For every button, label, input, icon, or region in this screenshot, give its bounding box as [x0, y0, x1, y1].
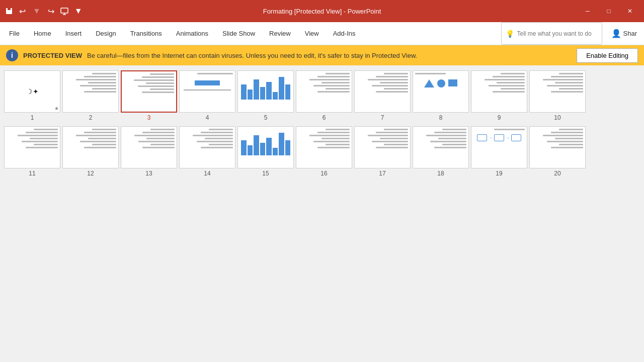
tab-view[interactable]: View [298, 22, 326, 45]
tab-addins[interactable]: Add-Ins [326, 22, 363, 45]
title-bar: ↩ ▼ ↪ ▼ Formating [Protected View] - Pow… [0, 0, 644, 22]
slide-number-8: 8 [439, 114, 443, 121]
protected-title: PROTECTED VIEW [23, 52, 82, 59]
svg-rect-1 [8, 8, 11, 10]
slide-number-5: 5 [264, 114, 268, 121]
slide-thumb-18[interactable]: 18 [413, 126, 469, 177]
enable-editing-button[interactable]: Enable Editing [577, 48, 638, 63]
search-input[interactable] [517, 30, 598, 37]
slide-number-9: 9 [498, 114, 501, 121]
protected-message: Be careful—files from the Internet can c… [87, 52, 417, 59]
slide-number-10: 10 [554, 114, 560, 121]
slide-thumb-5[interactable]: 5 [237, 70, 294, 121]
slide-thumb-7[interactable]: 7 [354, 70, 411, 121]
protected-view-bar: i PROTECTED VIEW Be careful—files from t… [0, 45, 644, 65]
tab-home[interactable]: Home [27, 22, 58, 45]
slide-thumb-11[interactable]: 11 [4, 126, 60, 177]
slide-thumb-17[interactable]: 17 [354, 126, 411, 177]
tab-animations[interactable]: Animations [169, 22, 215, 45]
slide-number-4: 4 [206, 114, 209, 121]
slide-grid: 1098765432☽✦★1 20→→191817161514131211 [0, 65, 644, 362]
present-icon[interactable] [59, 6, 69, 16]
slide-number-20: 20 [554, 170, 560, 177]
slide-number-1: 1 [31, 114, 34, 121]
slide-number-14: 14 [204, 170, 210, 177]
undo-arrow: ▼ [31, 6, 43, 17]
tab-transitions[interactable]: Transitions [123, 22, 169, 45]
info-icon: i [6, 49, 18, 61]
minimize-button[interactable]: ─ [578, 4, 598, 19]
slide-thumb-1[interactable]: ☽✦★1 [4, 70, 60, 121]
share-label: Shar [623, 30, 637, 37]
close-button[interactable]: ✕ [620, 4, 640, 19]
slide-number-18: 18 [437, 170, 444, 177]
slide-number-12: 12 [87, 170, 94, 177]
svg-rect-2 [7, 11, 11, 14]
window-title: Formating [Protected View] - PowerPoint [263, 8, 381, 15]
quick-access-toolbar: ↩ ▼ ↪ ▼ [4, 6, 85, 17]
slide-number-16: 16 [320, 170, 327, 177]
slide-thumb-16[interactable]: 16 [296, 126, 352, 177]
person-icon: 👤 [611, 29, 621, 38]
slide-number-17: 17 [379, 170, 385, 177]
slide-number-11: 11 [29, 170, 35, 177]
ribbon: File Home Insert Design Transitions Anim… [0, 22, 644, 45]
slide-number-2: 2 [89, 114, 93, 121]
slide-thumb-12[interactable]: 12 [62, 126, 119, 177]
slide-thumb-20[interactable]: 20 [529, 126, 586, 177]
slide-thumb-4[interactable]: 4 [179, 70, 235, 121]
restore-button[interactable]: □ [599, 4, 619, 19]
slide-thumb-19[interactable]: →→19 [471, 126, 527, 177]
slide-number-6: 6 [323, 114, 326, 121]
slide-number-15: 15 [262, 170, 269, 177]
slide-thumb-14[interactable]: 14 [179, 126, 235, 177]
slide-thumb-10[interactable]: 10 [529, 70, 586, 121]
slide-thumb-15[interactable]: 15 [237, 126, 294, 177]
tab-insert[interactable]: Insert [58, 22, 89, 45]
slide-row-1: 1098765432☽✦★1 [0, 70, 644, 121]
redo-button[interactable]: ↪ [46, 6, 56, 17]
lightbulb-icon: 💡 [506, 30, 514, 38]
tab-review[interactable]: Review [262, 22, 298, 45]
slide-number-19: 19 [496, 170, 502, 177]
tab-file[interactable]: File [2, 22, 27, 45]
slide-number-3: 3 [147, 114, 151, 121]
slide-thumb-2[interactable]: 2 [62, 70, 119, 121]
slide-row-2: 20→→191817161514131211 [0, 126, 644, 177]
tab-slideshow[interactable]: Slide Show [215, 22, 262, 45]
slide-number-7: 7 [381, 114, 384, 121]
slide-thumb-9[interactable]: 9 [471, 70, 527, 121]
slide-thumb-6[interactable]: 6 [296, 70, 352, 121]
undo-button[interactable]: ↩ [17, 6, 28, 17]
window-controls: ─ □ ✕ [578, 4, 640, 19]
svg-rect-3 [61, 8, 68, 13]
save-icon[interactable] [4, 6, 14, 16]
tab-design[interactable]: Design [89, 22, 123, 45]
slide-thumb-3[interactable]: 3 [121, 70, 177, 121]
search-box[interactable]: 💡 [501, 22, 602, 45]
dropdown-arrow[interactable]: ▼ [72, 6, 85, 17]
slide-number-13: 13 [145, 170, 152, 177]
slide-thumb-8[interactable]: 8 [413, 70, 469, 121]
slide-thumb-13[interactable]: 13 [121, 126, 177, 177]
share-button[interactable]: 👤 Shar [606, 22, 642, 45]
